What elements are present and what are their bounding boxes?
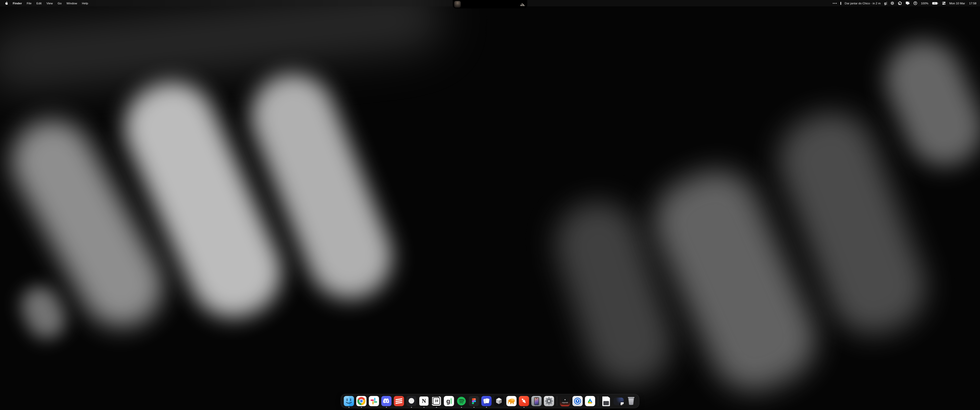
- dock-google-drive[interactable]: [585, 396, 595, 406]
- running-indicator: [423, 407, 425, 408]
- apple-logo-icon: [5, 1, 8, 5]
- dock-slack[interactable]: [369, 396, 379, 406]
- 1password-keyhole-icon: [573, 397, 582, 405]
- badge: 11: [620, 402, 624, 405]
- linear-logo-icon: [406, 396, 417, 406]
- dock-figma[interactable]: [469, 396, 479, 406]
- dock-notion[interactable]: N: [419, 396, 429, 406]
- battery-charging-icon[interactable]: [932, 2, 939, 5]
- wallpaper-streak: [873, 29, 980, 178]
- reminder-menubar-text[interactable]: Dar jantar do Chico · in 2 m: [845, 2, 881, 5]
- running-indicator: [411, 407, 412, 408]
- dock-mammoth-app[interactable]: [506, 396, 517, 406]
- running-indicator: [486, 407, 487, 408]
- dock-downloads-item[interactable]: 11: [614, 396, 624, 406]
- dock-trash[interactable]: [626, 396, 636, 406]
- pentagon-dot-icon[interactable]: [898, 1, 902, 5]
- menu-window[interactable]: Window: [67, 2, 77, 5]
- todoist-logo-icon: [394, 396, 404, 406]
- dock-spotify[interactable]: [456, 396, 466, 406]
- menu-view[interactable]: View: [46, 2, 53, 5]
- menubar-clock[interactable]: 17:58: [969, 2, 977, 5]
- overflow-ellipsis-icon[interactable]: [833, 3, 837, 4]
- trash-icon: [627, 396, 635, 406]
- dock-finder[interactable]: [344, 396, 354, 406]
- display-icon[interactable]: [905, 1, 910, 5]
- document-icon: [602, 396, 610, 406]
- raycast-label: raycast: [562, 402, 568, 404]
- menu-edit[interactable]: Edit: [37, 2, 41, 5]
- reminder-bar-icon[interactable]: [840, 2, 841, 5]
- spotify-logo-icon: [457, 396, 466, 406]
- battery-percentage: 100%: [921, 2, 928, 5]
- menubar-date[interactable]: Mon 10 Mar: [950, 2, 965, 5]
- menu-finder[interactable]: Finder: [13, 2, 22, 5]
- iphone-icon: [534, 397, 539, 405]
- granola-menubar-icon[interactable]: g: [884, 2, 887, 5]
- menu-bar-status-items: Dar jantar do Chico · in 2 m g: [833, 1, 980, 5]
- screenshot-thumbnail: 11: [614, 397, 624, 405]
- running-indicator: [523, 407, 525, 408]
- notch-media-widget[interactable]: [453, 0, 527, 8]
- discord-logo-icon: [383, 398, 390, 404]
- dock-iphone-mirroring[interactable]: [531, 396, 542, 406]
- dock-todoist[interactable]: [394, 396, 404, 406]
- running-indicator: [348, 407, 349, 408]
- flower-gear-icon[interactable]: [891, 1, 894, 5]
- menu-help[interactable]: Help: [82, 2, 88, 5]
- google-drive-icon: [586, 398, 594, 405]
- dock-notion-calendar[interactable]: 10: [431, 396, 442, 406]
- dock-1password[interactable]: [573, 396, 583, 406]
- running-indicator: [461, 407, 462, 408]
- dock-discord[interactable]: [381, 396, 391, 406]
- slack-logo-icon: [369, 396, 379, 406]
- granola-logo-icon: g: [444, 396, 454, 406]
- notion-logo-icon: N: [419, 396, 429, 406]
- wallpaper-streak: [15, 280, 72, 345]
- control-center-icon[interactable]: [942, 2, 946, 5]
- notion-calendar-date: 10: [433, 397, 440, 405]
- running-indicator: [386, 407, 387, 408]
- chrome-logo-icon: [357, 397, 366, 405]
- dock-granola[interactable]: g: [444, 396, 454, 406]
- now-playing-album-art[interactable]: [454, 1, 461, 7]
- desktop-wallpaper: [0, 0, 980, 410]
- dock-blue-cards-app[interactable]: [481, 396, 492, 406]
- menu-file[interactable]: File: [27, 2, 32, 5]
- apple-menu[interactable]: [5, 1, 8, 5]
- audio-visualizer-icon: [520, 3, 525, 6]
- figma-logo-icon: [472, 398, 476, 404]
- dock-superhuman[interactable]: [519, 396, 529, 406]
- wallpaper-streak: [0, 0, 446, 95]
- menu-go[interactable]: Go: [58, 2, 62, 5]
- dock: N 10 g: [341, 394, 639, 408]
- dock-3d-cube-app[interactable]: [494, 396, 504, 406]
- menu-bar-left: Finder File Edit View Go Window Help: [0, 1, 88, 5]
- dock-system-settings[interactable]: [544, 396, 554, 406]
- cube-3d-icon: [494, 396, 504, 406]
- dock-document-file[interactable]: [601, 396, 611, 406]
- running-indicator: [473, 407, 474, 408]
- finder-face-icon: [344, 396, 354, 406]
- sparkle-icon: ✦: [564, 399, 566, 401]
- gear-icon: [545, 397, 553, 405]
- 1password-menubar-icon[interactable]: [913, 1, 917, 5]
- superhuman-flying-figure-icon: [520, 397, 528, 405]
- dock-linear[interactable]: [406, 396, 417, 406]
- running-indicator: [361, 407, 362, 408]
- cards-logo-icon: [481, 396, 492, 406]
- dock-raycast[interactable]: ✦ raycast: [560, 396, 570, 406]
- dock-chrome[interactable]: [356, 396, 366, 406]
- mammoth-icon: [508, 397, 515, 405]
- running-indicator: [436, 407, 437, 408]
